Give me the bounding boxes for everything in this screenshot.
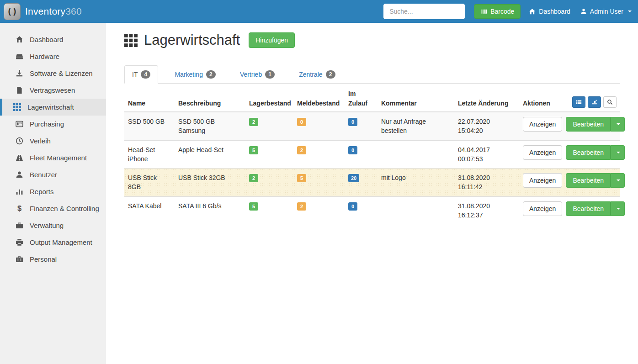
- sidebar-item-label: Vertragswesen: [30, 86, 75, 94]
- col-header-stock: Lagerbestand: [245, 85, 293, 112]
- sidebar-item-dashboard[interactable]: Dashboard: [0, 31, 106, 48]
- user-menu-label: Admin User: [590, 8, 623, 15]
- sidebar-item-fleet-management[interactable]: Fleet Management: [0, 149, 106, 166]
- view-button[interactable]: Anzeigen: [523, 173, 562, 188]
- sidebar-item-vertragswesen[interactable]: Vertragswesen: [0, 82, 106, 99]
- inventory-table: Name Beschreibung Lagerbestand Meldebest…: [124, 85, 620, 224]
- modified-time: 16:11:42: [458, 182, 516, 191]
- table-row: SSD 500 GB SSD 500 GB Samsung 2 0 0 Nur …: [124, 112, 620, 140]
- tab-label: Zentrale: [299, 71, 322, 78]
- col-header-actions: Aktionen: [523, 99, 550, 108]
- edit-dropdown-toggle[interactable]: [611, 201, 625, 216]
- brand-name: Inventory: [25, 6, 65, 16]
- view-button[interactable]: Anzeigen: [523, 145, 562, 160]
- cell-comment: mit Logo: [377, 169, 454, 197]
- list-alt-icon: [15, 120, 23, 128]
- briefcase-icon: [15, 222, 23, 229]
- cell-name: Head-Set iPhone: [124, 140, 175, 169]
- app-window: () Inventory360 Barcode Dashboard: [0, 0, 638, 364]
- edit-button[interactable]: Bearbeiten: [566, 173, 611, 188]
- sidebar-item-verwaltung[interactable]: Verwaltung: [0, 217, 106, 234]
- table-toolbar: [572, 96, 617, 108]
- nav-dashboard-label: Dashboard: [539, 8, 570, 15]
- search-input[interactable]: [383, 4, 465, 19]
- tab-marketing[interactable]: Marketing2: [167, 65, 223, 84]
- cell-modified: 22.07.2020 15:04:20: [454, 112, 519, 140]
- sidebar-item-personal[interactable]: Personal: [0, 251, 106, 268]
- cell-comment: [377, 140, 454, 169]
- sidebar-item-output-management[interactable]: Output Management: [0, 234, 106, 251]
- grid-icon: [124, 34, 138, 47]
- department-tabs: IT4Marketing2Vertrieb1Zentrale2: [124, 65, 620, 84]
- sidebar-item-hardware[interactable]: Hardware: [0, 48, 106, 65]
- brand-logo[interactable]: () Inventory360: [4, 3, 82, 20]
- bar-chart-icon: [15, 188, 23, 195]
- table-search-button[interactable]: [603, 96, 617, 108]
- sidebar-item-lagerwirtschaft[interactable]: Lagerwirtschaft: [0, 99, 106, 116]
- list-view-icon: [576, 99, 582, 105]
- printer-icon: [15, 238, 23, 246]
- reorder-badge: 2: [297, 146, 306, 154]
- edit-button[interactable]: Bearbeiten: [566, 145, 611, 160]
- stock-badge: 5: [249, 202, 258, 211]
- tab-zentrale[interactable]: Zentrale2: [291, 65, 343, 84]
- cell-name: USB Stick 8GB: [124, 169, 175, 197]
- suitcase-icon: [15, 255, 23, 263]
- sidebar-item-reports[interactable]: Reports: [0, 183, 106, 200]
- sidebar-item-benutzer[interactable]: Benutzer: [0, 166, 106, 183]
- table-header-row: Name Beschreibung Lagerbestand Meldebest…: [124, 85, 620, 112]
- tab-it[interactable]: IT4: [124, 65, 158, 84]
- edit-split-button: Bearbeiten: [566, 117, 625, 132]
- table-row: SATA Kabel SATA III 6 Gb/s 5 2 0 31.08.2…: [124, 196, 620, 224]
- sidebar-item-finanzen-controlling[interactable]: $Finanzen & Controlling: [0, 200, 106, 217]
- col-header-description: Beschreibung: [175, 85, 245, 112]
- home-icon: [15, 36, 23, 43]
- sidebar-item-label: Purchasing: [30, 120, 64, 128]
- view-button[interactable]: Anzeigen: [523, 201, 562, 216]
- modified-time: 16:12:37: [458, 211, 516, 220]
- modified-time: 15:04:20: [458, 126, 516, 135]
- sidebar-item-purchasing[interactable]: Purchasing: [0, 116, 106, 132]
- file-icon: [15, 86, 23, 94]
- modified-time: 00:07:53: [458, 154, 516, 164]
- cell-name: SSD 500 GB: [124, 112, 175, 140]
- edit-button[interactable]: Bearbeiten: [566, 201, 611, 216]
- barcode-button-label: Barcode: [490, 8, 514, 15]
- top-navbar: () Inventory360 Barcode Dashboard: [0, 0, 638, 23]
- modified-date: 31.08.2020: [458, 201, 516, 211]
- col-header-incoming: Im Zulauf: [345, 85, 377, 112]
- cell-description: Apple Head-Set: [175, 140, 245, 169]
- edit-dropdown-toggle[interactable]: [611, 173, 625, 188]
- user-icon: [580, 8, 587, 15]
- search-icon: [607, 99, 613, 105]
- sidebar-item-label: Verwaltung: [30, 222, 64, 229]
- barcode-button[interactable]: Barcode: [474, 4, 521, 19]
- cell-modified: 31.08.2020 16:11:42: [454, 169, 519, 197]
- modified-date: 22.07.2020: [458, 117, 516, 126]
- caret-down-icon: [617, 179, 620, 181]
- main-content: Lagerwirtschaft Hinzufügen IT4Marketing2…: [106, 23, 638, 364]
- view-button[interactable]: Anzeigen: [523, 117, 562, 132]
- tab-count-badge: 1: [265, 70, 275, 79]
- edit-split-button: Bearbeiten: [566, 201, 625, 216]
- sidebar-item-software-lizenzen[interactable]: Software & Lizenzen: [0, 65, 106, 82]
- modified-date: 04.04.2017: [458, 145, 516, 154]
- import-icon: [591, 99, 597, 105]
- tab-vertrieb[interactable]: Vertrieb1: [232, 65, 282, 84]
- list-view-button[interactable]: [572, 96, 585, 108]
- nav-dashboard-link[interactable]: Dashboard: [527, 5, 572, 18]
- edit-button[interactable]: Bearbeiten: [566, 117, 611, 132]
- edit-dropdown-toggle[interactable]: [611, 145, 625, 160]
- sidebar-item-label: Lagerwirtschaft: [27, 103, 74, 111]
- road-icon: [15, 154, 23, 162]
- sidebar-item-label: Software & Lizenzen: [30, 69, 93, 77]
- col-header-reorder: Meldebestand: [293, 85, 345, 112]
- user-menu[interactable]: Admin User: [579, 5, 633, 18]
- sidebar-item-label: Reports: [30, 188, 54, 195]
- edit-split-button: Bearbeiten: [566, 173, 625, 188]
- add-button[interactable]: Hinzufügen: [249, 32, 295, 48]
- sidebar-item-verleih[interactable]: Verleih: [0, 132, 106, 149]
- caret-down-icon: [617, 123, 620, 125]
- edit-dropdown-toggle[interactable]: [611, 117, 625, 132]
- import-button[interactable]: [588, 96, 601, 108]
